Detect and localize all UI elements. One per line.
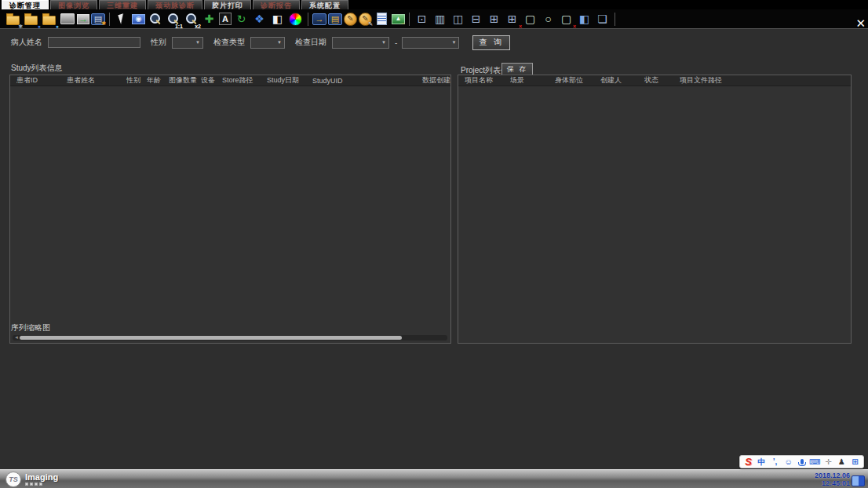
main-toolbar: ✱ ● ● xyxy=(0,9,868,28)
taskbar-clock: 2018.12.06 12:45:01 xyxy=(815,472,850,487)
content-area: 病人姓名 性别 ▼ 检查类型 ▼ 检查日期 ▼ - ▼ 查 询 Study列表信… xyxy=(0,28,868,469)
project-column-header: 创建人 xyxy=(600,75,644,86)
chinese-mode-icon[interactable]: 中 xyxy=(757,457,767,467)
taskbar: TS Imaging 2018.12.06 12:45:01 xyxy=(0,469,868,488)
project-column-header: 身体部位 xyxy=(555,75,600,86)
cascade-windows-icon[interactable]: ❏ xyxy=(594,11,611,27)
tab-film-print[interactable]: 胶片打印 xyxy=(204,0,251,9)
skin-icon[interactable]: ♟ xyxy=(837,457,847,467)
thumbnail-strip xyxy=(9,335,852,461)
project-column-header: 场景 xyxy=(510,75,555,86)
refresh-icon[interactable]: ↻ xyxy=(233,11,250,27)
layout-2-vertical-icon[interactable]: ◫ xyxy=(450,11,466,27)
edit-series-icon[interactable]: ▤ xyxy=(328,13,342,25)
import-images-icon[interactable]: → xyxy=(77,14,89,24)
annotate-tool-icon[interactable]: ✎ ✎ xyxy=(359,13,372,26)
soft-keyboard-icon[interactable]: ⌨ xyxy=(810,457,820,467)
shape-ellipse-icon[interactable]: ○ xyxy=(540,11,556,27)
tab-image-browse[interactable]: 图像浏览 xyxy=(50,0,97,9)
split-view-icon[interactable]: ◧ xyxy=(576,11,593,27)
study-column-header: 患者姓名 xyxy=(67,75,126,86)
study-column-header: 设备 xyxy=(201,75,222,86)
shape-close-icon[interactable]: ▢ × xyxy=(558,11,574,27)
layout-2x2-icon[interactable]: ⊞ xyxy=(486,11,502,27)
study-column-header: 患者ID xyxy=(16,75,67,86)
shape-rectangle-icon[interactable]: ▢ xyxy=(522,11,538,27)
gender-label: 性别 xyxy=(151,37,166,48)
exam-type-label: 检查类型 xyxy=(213,37,245,48)
pointer-tool-icon[interactable] xyxy=(114,11,130,27)
app-logo: TS Imaging xyxy=(5,472,58,487)
study-panel-title: Study列表信息 xyxy=(11,63,63,74)
exam-type-select[interactable]: ▼ xyxy=(250,37,285,49)
app-name: Imaging xyxy=(25,473,58,482)
layout-single-icon[interactable]: ⊡ xyxy=(414,11,430,27)
open-patient-folder-icon[interactable]: ● xyxy=(41,11,57,27)
save-button[interactable]: 保 存 xyxy=(501,63,533,75)
import-series-icon[interactable]: → xyxy=(312,13,326,25)
layout-report-icon[interactable]: ▥ xyxy=(432,11,448,27)
report-document-icon[interactable] xyxy=(374,11,390,27)
open-network-folder-icon[interactable]: ● xyxy=(23,11,39,27)
tab-diagnosis-report[interactable]: 诊断报告 xyxy=(253,0,300,9)
fit-to-window-icon[interactable]: ❖ xyxy=(251,11,268,27)
display-image-icon[interactable]: ◉ xyxy=(132,14,145,24)
study-table-body xyxy=(10,86,450,330)
taskbar-time: 12:45:01 xyxy=(815,479,850,487)
sogou-logo-icon[interactable]: S xyxy=(743,457,753,467)
module-tabbar: 诊断管理图像浏览三维重建颈动脉诊断胶片打印诊断报告系统配置 xyxy=(0,0,868,9)
toolbox-icon[interactable]: ✛ xyxy=(823,457,833,467)
date-range-separator: - xyxy=(395,38,397,47)
search-form: 病人姓名 性别 ▼ 检查类型 ▼ 检查日期 ▼ - ▼ 查 询 xyxy=(11,36,510,49)
text-annotation-icon[interactable]: A xyxy=(219,13,232,25)
voice-input-icon[interactable] xyxy=(797,457,807,467)
logo-subtext xyxy=(25,483,58,486)
invert-colors-icon[interactable]: ◧ xyxy=(269,11,286,27)
more-functions-icon[interactable]: ⊞ xyxy=(850,457,860,467)
project-column-header: 项目名称 xyxy=(465,75,510,86)
measure-tool-icon[interactable]: ✎ xyxy=(344,13,357,26)
tab-system-config[interactable]: 系统配置 xyxy=(301,0,348,9)
tab-diagnosis-management[interactable]: 诊断管理 xyxy=(2,0,49,9)
exam-date-label: 检查日期 xyxy=(295,37,326,48)
layout-close-icon[interactable]: ⊞ × xyxy=(504,11,520,27)
study-column-header: 图像数量 xyxy=(169,75,201,86)
study-column-header: Study日期 xyxy=(267,75,312,86)
tab-carotid-diagnosis[interactable]: 颈动脉诊断 xyxy=(148,0,202,9)
color-palette-icon[interactable] xyxy=(287,11,304,27)
taskbar-date: 2018.12.06 xyxy=(815,472,850,479)
toolbar-separator xyxy=(615,13,615,26)
ime-toolbar: S 中 ’, ☺ ⌨ ✛ ♟ xyxy=(739,455,864,468)
open-study-folder-icon[interactable]: ✱ xyxy=(5,11,21,27)
toolbar-separator xyxy=(109,13,110,26)
study-column-header: 性别 xyxy=(126,75,147,86)
toolbar-layout-group: ⊡ ▥ ◫ xyxy=(414,11,611,27)
tab-3d-reconstruction[interactable]: 三维重建 xyxy=(99,0,146,9)
patient-name-label: 病人姓名 xyxy=(11,37,42,48)
archive-settings-icon[interactable]: ▤ ✱ xyxy=(91,13,105,25)
close-icon[interactable]: ✕ xyxy=(855,17,866,29)
study-column-header: Store路径 xyxy=(222,75,267,86)
chevron-down-icon: ▼ xyxy=(381,40,386,45)
study-column-header: 数据创建 xyxy=(407,75,450,86)
toolbar-separator xyxy=(409,13,410,26)
zoom-tool-icon[interactable] xyxy=(147,11,163,27)
exam-date-to-select[interactable]: ▼ xyxy=(402,37,459,49)
image-library-icon[interactable] xyxy=(59,11,75,27)
query-button[interactable]: 查 询 xyxy=(472,35,510,50)
export-image-icon[interactable]: ▲ → xyxy=(392,14,405,24)
pan-tool-icon[interactable]: ✚ xyxy=(201,11,217,27)
zoom-2x-icon[interactable]: x2 xyxy=(183,11,199,27)
patient-name-input[interactable] xyxy=(48,37,140,48)
language-bar-icon[interactable] xyxy=(852,475,865,486)
layout-2-horizontal-icon[interactable]: ⊟ xyxy=(468,11,484,27)
emoji-picker-icon[interactable]: ☺ xyxy=(783,457,793,467)
exam-date-from-select[interactable]: ▼ xyxy=(332,37,389,49)
punctuation-icon[interactable]: ’, xyxy=(770,457,780,467)
zoom-1-1-icon[interactable]: 1:1 xyxy=(165,11,181,27)
gender-select[interactable]: ▼ xyxy=(172,37,203,49)
chevron-down-icon: ▼ xyxy=(277,40,282,45)
project-list-panel: 项目名称场景身体部位创建人状态项目文件路径 xyxy=(458,75,852,344)
project-column-header: 状态 xyxy=(644,75,680,86)
toolbar-view-group: ◉ xyxy=(114,11,304,27)
